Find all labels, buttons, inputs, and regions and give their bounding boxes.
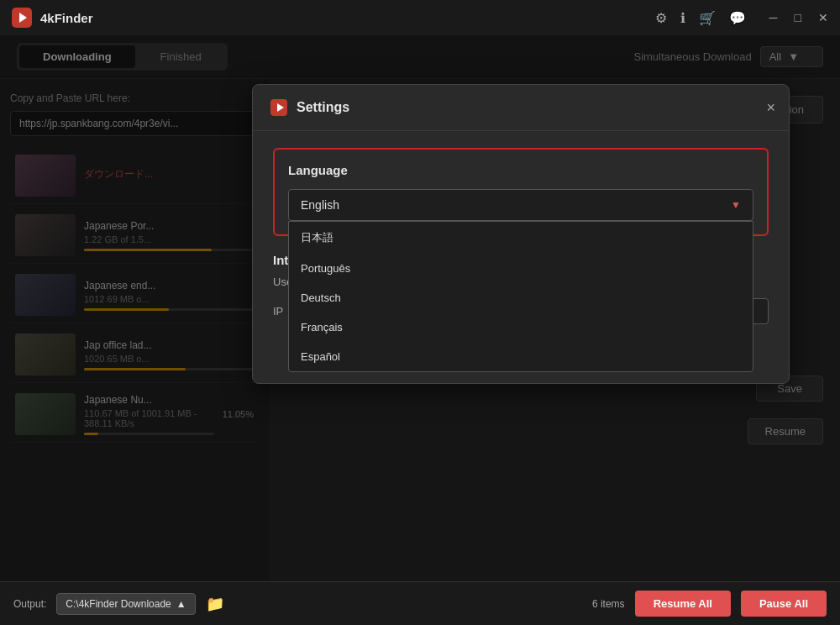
info-icon[interactable]: ℹ bbox=[680, 10, 685, 26]
language-option-french[interactable]: Français bbox=[289, 312, 753, 342]
folder-icon[interactable]: 📁 bbox=[206, 595, 224, 613]
settings-panel: Settings × Language English ▼ 日本語 Portug… bbox=[252, 84, 790, 384]
chevron-up-icon: ▲ bbox=[176, 598, 186, 610]
minimize-button[interactable]: ─ bbox=[766, 9, 781, 26]
settings-close-button[interactable]: × bbox=[766, 99, 775, 117]
language-section: Language English ▼ 日本語 Português Deutsch… bbox=[273, 148, 769, 236]
selected-language: English bbox=[301, 198, 339, 212]
items-count: 6 items bbox=[592, 598, 625, 610]
window-controls: ─ □ ✕ bbox=[766, 9, 832, 26]
settings-body: Language English ▼ 日本語 Português Deutsch… bbox=[253, 131, 789, 358]
app-logo bbox=[10, 6, 34, 29]
dropdown-arrow-icon: ▼ bbox=[731, 199, 741, 211]
settings-header: Settings × bbox=[253, 85, 789, 131]
settings-icon[interactable]: ⚙ bbox=[655, 10, 667, 26]
output-label: Output: bbox=[13, 598, 46, 610]
language-options-list: 日本語 Português Deutsch Français Español bbox=[288, 221, 753, 372]
output-path-text: C:\4kFinder Downloade bbox=[66, 598, 171, 610]
chat-icon[interactable]: 💬 bbox=[729, 10, 746, 26]
language-option-spanish[interactable]: Español bbox=[289, 342, 753, 371]
bottombar: Output: C:\4kFinder Downloade ▲ 📁 6 item… bbox=[0, 581, 840, 625]
language-option-japanese[interactable]: 日本語 bbox=[289, 222, 753, 254]
language-option-portuguese[interactable]: Português bbox=[289, 254, 753, 283]
maximize-button[interactable]: □ bbox=[791, 9, 805, 26]
close-button[interactable]: ✕ bbox=[815, 9, 832, 26]
settings-logo-icon bbox=[270, 98, 288, 117]
titlebar-icons: ⚙ ℹ 🛒 💬 ─ □ ✕ bbox=[655, 9, 832, 26]
settings-title: Settings bbox=[297, 100, 349, 115]
app-title: 4kFinder bbox=[40, 11, 93, 25]
language-dropdown-wrap: English ▼ 日本語 Português Deutsch Français… bbox=[288, 189, 753, 221]
resume-all-button[interactable]: Resume All bbox=[635, 591, 731, 617]
language-section-title: Language bbox=[288, 163, 753, 177]
language-dropdown-button[interactable]: English ▼ bbox=[288, 189, 753, 221]
language-option-german[interactable]: Deutsch bbox=[289, 283, 753, 312]
pause-all-button[interactable]: Pause All bbox=[741, 591, 827, 617]
titlebar: 4kFinder ⚙ ℹ 🛒 💬 ─ □ ✕ bbox=[0, 0, 840, 35]
cart-icon[interactable]: 🛒 bbox=[699, 10, 716, 26]
output-path-button[interactable]: C:\4kFinder Downloade ▲ bbox=[56, 593, 195, 615]
